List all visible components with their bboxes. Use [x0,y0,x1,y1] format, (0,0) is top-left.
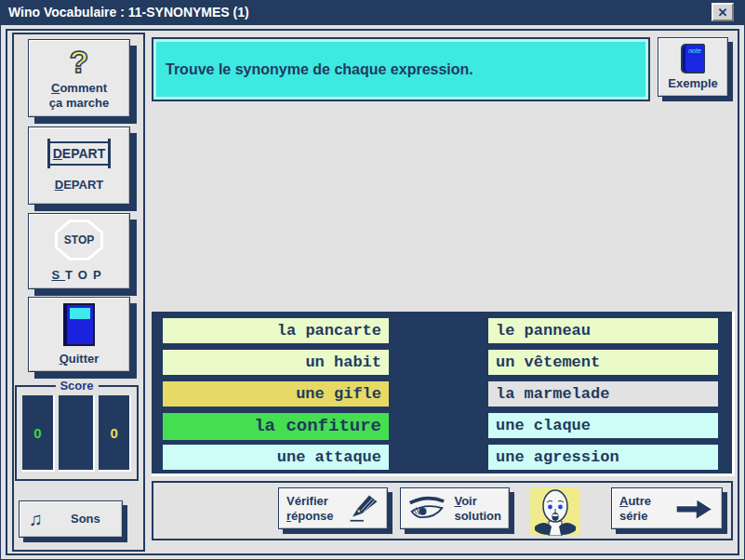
how-it-works-label-line2: ça marche [49,96,109,111]
app-window: Wino Vocabulaire : 11-SYNONYMES (1) ✕ ? … [0,0,745,560]
verify-label-line1: Vérifier [286,494,334,509]
word-item[interactable]: une gifle [163,381,389,407]
word-item[interactable]: la confiture [163,413,389,440]
pen-icon [348,493,379,525]
stop-button[interactable]: STOP STOP [28,213,130,289]
stop-button-label: STOP [51,268,106,283]
sounds-button[interactable]: ♫ Sons [19,500,123,538]
instruction-text: Trouve le synonyme de chaque expression. [166,61,473,78]
how-it-works-label-line1: Comment [51,81,107,96]
window-title: Wino Vocabulaire : 11-SYNONYMES (1) [8,5,249,20]
banner-icon-text: DEPART [50,141,109,166]
word-item[interactable]: le panneau [488,318,718,343]
solution-label-line2: solution [454,509,501,524]
word-item[interactable]: un habit [163,350,389,375]
music-notes-icon: ♫ [29,510,43,528]
verify-label-line2: réponse [286,509,334,524]
score-value-left: 0 [33,425,41,441]
close-icon: ✕ [718,6,728,20]
start-button[interactable]: DEPART DEPART [28,127,130,205]
word-item[interactable]: la pancarte [163,318,389,343]
door-icon [63,303,95,346]
word-item[interactable]: une claque [488,413,718,438]
next-label-line1: Autre [619,494,651,509]
words-column-right: le panneauun vêtementla marmeladeune cla… [488,312,718,476]
solution-label-line1: Voir [454,494,501,509]
verify-answer-button[interactable]: Vérifier réponse [278,487,388,529]
word-item[interactable]: un vêtement [488,350,718,375]
book-icon: note [681,44,705,73]
score-panel-middle [59,395,95,472]
next-series-button[interactable]: Autre série [611,487,723,529]
book-icon-text: note [686,47,703,54]
score-group: Score 0 0 [15,385,139,481]
next-label-line2: série [619,509,651,524]
quit-button[interactable]: Quitter [28,297,130,372]
eye-icon [408,495,446,523]
close-button[interactable]: ✕ [712,3,734,21]
instruction-box: Trouve le synonyme de chaque expression. [152,37,650,101]
stop-sign-text: STOP [55,220,103,260]
banner-icon: DEPART [47,139,112,168]
score-value-right: 0 [110,425,117,441]
word-item[interactable]: une attaque [163,445,389,470]
sounds-button-label: Sons [71,512,100,527]
score-label: Score [55,379,98,393]
arrow-right-icon [675,495,714,523]
word-item[interactable]: une agression [488,445,718,470]
question-mark-icon: ? [70,46,89,77]
title-bar: Wino Vocabulaire : 11-SYNONYMES (1) ✕ [0,0,745,25]
action-bar: Vérifier réponse [152,481,733,540]
stop-sign-icon: STOP [55,220,103,260]
how-it-works-button[interactable]: ? Comment ça marche [28,39,130,117]
words-column-left: la pancarteun habitune giflela confiture… [163,312,389,476]
start-button-label: DEPART [55,178,104,193]
example-button[interactable]: note Exemple [658,37,728,97]
mascot-face-icon [530,487,580,536]
words-panel: la pancarteun habitune giflela confiture… [152,312,735,476]
score-panel-right: 0 [99,395,131,472]
quit-button-label: Quitter [60,352,100,367]
word-item[interactable]: la marmelade [488,381,718,407]
example-button-label: Exemple [668,76,717,91]
view-solution-button[interactable]: Voir solution [400,487,510,529]
score-panel-left: 0 [22,395,55,472]
